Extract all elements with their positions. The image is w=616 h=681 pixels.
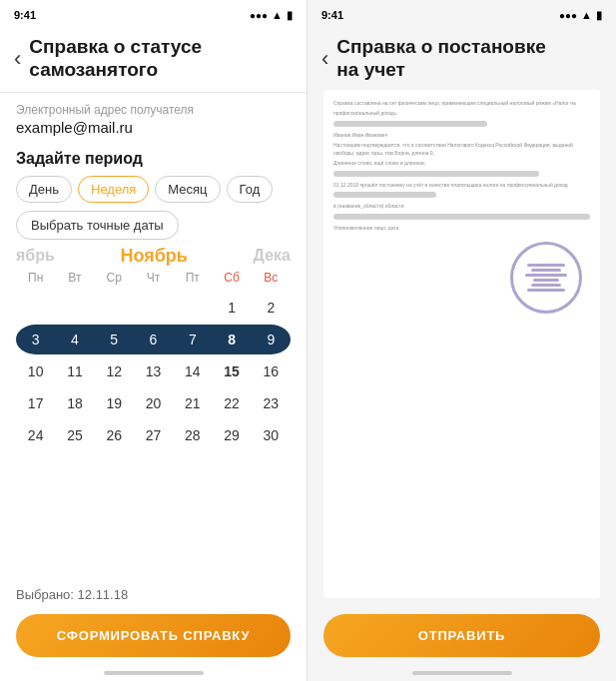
cal-day-14[interactable]: 14 <box>173 356 212 386</box>
left-time: 9:41 <box>14 9 36 21</box>
period-section: Задайте период День Неделя Месяц Год Выб… <box>0 142 307 246</box>
doc-text-line-7: в (название_области) области <box>333 203 590 211</box>
calendar-container: ябрь Ноябрь Дека Пн Вт Ср Чт Пт Сб Вс 1 … <box>0 246 307 579</box>
period-title: Задайте период <box>16 150 291 168</box>
left-status-bar: 9:41 ●●● ▲ ▮ <box>0 0 307 28</box>
cal-day-24[interactable]: 24 <box>16 420 55 450</box>
doc-line-3 <box>333 192 436 198</box>
cal-day-7[interactable]: 7 <box>173 325 212 354</box>
doc-text-line-2: профессиональный доход» <box>333 110 590 118</box>
cal-day-22[interactable]: 22 <box>212 388 251 418</box>
send-button[interactable]: ОТПРАВИТЬ <box>323 614 600 657</box>
period-btn-year[interactable]: Год <box>227 176 274 203</box>
doc-text-line-4: Настоящим подтверждается, что в соответс… <box>333 142 590 157</box>
cal-day-10[interactable]: 10 <box>16 356 55 386</box>
stamp-line-5 <box>531 284 561 287</box>
battery-icon: ▮ <box>287 9 293 22</box>
cal-day-15[interactable]: 15 <box>212 356 251 386</box>
right-time: 9:41 <box>321 9 343 21</box>
cal-day-4[interactable]: 4 <box>55 325 94 354</box>
cal-day-6[interactable]: 6 <box>134 325 173 354</box>
left-header: ‹ Справка о статусесамозанятого <box>0 28 307 90</box>
right-signal-icon: ●●● <box>559 10 577 21</box>
weekday-sat: Сб <box>212 267 251 289</box>
cal-day-9[interactable]: 9 <box>252 325 291 354</box>
period-btn-month[interactable]: Месяц <box>155 176 220 203</box>
cal-day-1[interactable]: 1 <box>212 293 251 323</box>
left-home-indicator <box>0 671 307 681</box>
cal-day-25[interactable]: 25 <box>55 420 94 450</box>
weekday-thu: Чт <box>134 267 173 289</box>
email-value: example@mail.ru <box>16 119 291 136</box>
left-panel: 9:41 ●●● ▲ ▮ ‹ Справка о статусесамозаня… <box>0 0 308 681</box>
stamp-line-4 <box>533 279 559 282</box>
weekday-wed: Ср <box>95 267 134 289</box>
doc-line-4 <box>333 214 590 220</box>
home-bar <box>104 671 204 675</box>
right-header: ‹ Справка о постановкена учет <box>308 28 616 90</box>
period-btn-week[interactable]: Неделя <box>78 176 149 203</box>
wifi-icon: ▲ <box>272 9 283 21</box>
cal-day-empty <box>134 293 173 323</box>
cal-day-empty <box>173 293 212 323</box>
create-certificate-button[interactable]: СФОРМИРОВАТЬ СПРАВКУ <box>16 614 291 657</box>
stamp-line-6 <box>527 289 565 292</box>
cal-day-empty <box>55 293 94 323</box>
cal-day-5[interactable]: 5 <box>95 325 134 354</box>
doc-text-line-8: Уполномоченное лицо, дата <box>333 225 590 233</box>
doc-text-line-1: Справка составлена на сет физическим лиц… <box>333 100 590 108</box>
cal-day-19[interactable]: 19 <box>95 388 134 418</box>
cal-day-13[interactable]: 13 <box>134 356 173 386</box>
calendar-grid: 1 2 3 4 5 6 7 8 9 10 11 12 13 14 15 16 1… <box>0 293 307 450</box>
period-buttons: День Неделя Месяц Год <box>16 176 291 203</box>
selected-info: Выбрано: 12.11.18 <box>0 579 307 608</box>
cal-day-8[interactable]: 8 <box>212 325 251 354</box>
cal-day-3[interactable]: 3 <box>16 325 55 354</box>
stamp-line-3 <box>525 274 567 277</box>
month-navigation: ябрь Ноябрь Дека <box>0 246 307 267</box>
cal-day-11[interactable]: 11 <box>55 356 94 386</box>
weekday-tue: Вт <box>55 267 94 289</box>
cal-day-18[interactable]: 18 <box>55 388 94 418</box>
doc-text-line-3: Иванов Иван Иванович <box>333 132 590 140</box>
document-stamp <box>510 242 582 314</box>
right-battery-icon: ▮ <box>596 9 602 22</box>
doc-text-line-6: 01.12.2018 прошёл постановку на учёт в к… <box>333 182 590 190</box>
next-month: Дека <box>254 247 291 265</box>
cal-day-21[interactable]: 21 <box>173 388 212 418</box>
cal-day-2[interactable]: 2 <box>252 293 291 323</box>
cal-day-27[interactable]: 27 <box>134 420 173 450</box>
stamp-area <box>333 242 590 314</box>
cal-day-26[interactable]: 26 <box>95 420 134 450</box>
email-label: Электронный адрес получателя <box>16 103 291 117</box>
left-back-button[interactable]: ‹ <box>14 48 21 70</box>
current-month: Ноябрь <box>55 246 254 267</box>
cal-day-empty <box>16 293 55 323</box>
cal-day-30[interactable]: 30 <box>252 420 291 450</box>
cal-day-23[interactable]: 23 <box>252 388 291 418</box>
doc-text-line-5: Длиннное слово, ещё слово и длинное, <box>333 160 590 168</box>
stamp-line-1 <box>527 264 565 267</box>
cal-day-16[interactable]: 16 <box>252 356 291 386</box>
cal-day-20[interactable]: 20 <box>134 388 173 418</box>
stamp-line-2 <box>531 269 561 272</box>
header-divider <box>0 92 307 93</box>
right-home-bar <box>412 671 512 675</box>
cal-day-28[interactable]: 28 <box>173 420 212 450</box>
right-panel: 9:41 ●●● ▲ ▮ ‹ Справка о постановкена уч… <box>308 0 616 681</box>
doc-line-2 <box>333 171 539 177</box>
cal-day-29[interactable]: 29 <box>212 420 251 450</box>
weekday-mon: Пн <box>16 267 55 289</box>
exact-dates-button[interactable]: Выбрать точные даты <box>16 211 179 240</box>
period-btn-day[interactable]: День <box>16 176 72 203</box>
cal-day-empty <box>95 293 134 323</box>
right-back-button[interactable]: ‹ <box>321 48 328 70</box>
right-status-icons: ●●● ▲ ▮ <box>559 9 602 22</box>
doc-line-1 <box>333 121 487 127</box>
cal-day-12[interactable]: 12 <box>95 356 134 386</box>
document-preview: Справка составлена на сет физическим лиц… <box>323 90 600 598</box>
cal-day-17[interactable]: 17 <box>16 388 55 418</box>
weekday-sun: Вс <box>252 267 291 289</box>
right-page-title: Справка о постановкена учет <box>336 36 545 82</box>
right-wifi-icon: ▲ <box>581 9 592 21</box>
